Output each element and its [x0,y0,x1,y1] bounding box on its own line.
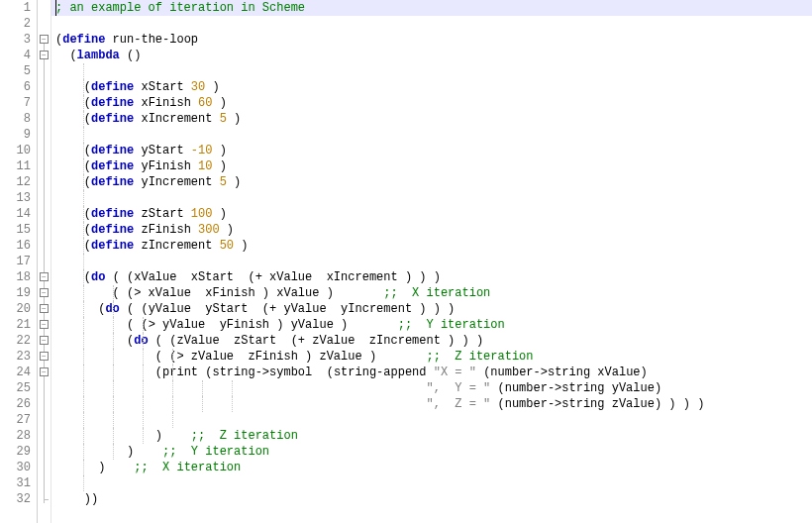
code-text: (do ( (zValue zStart (+ zValue zIncremen… [55,334,483,348]
code-line[interactable]: ", Y = " (number->string yValue) [51,380,812,396]
code-line[interactable]: (define xStart 30 ) [51,79,812,95]
text-caret [55,0,56,16]
code-line[interactable]: (define run-the-loop [51,32,812,48]
fold-column[interactable]: −−−−−−−−− [38,0,51,523]
code-line[interactable]: (lambda () [51,48,812,63]
line-number: 7 [0,95,31,111]
code-line[interactable]: ; an example of iteration in Scheme [51,0,812,16]
line-number: 15 [0,222,31,238]
code-line[interactable]: (define zFinish 300 ) [51,222,812,238]
code-line[interactable]: (define yStart -10 ) [51,143,812,158]
line-number: 25 [0,380,31,396]
line-number-gutter: 1234567891011121314151617181920212223242… [0,0,38,523]
line-number: 2 [0,16,31,32]
line-number: 3 [0,32,31,48]
line-number: 18 [0,269,31,285]
code-text: (define run-the-loop [55,33,198,47]
code-line[interactable]: (define xIncrement 5 ) [51,111,812,127]
code-text: (define xStart 30 ) [55,80,220,94]
code-line[interactable]: (define zIncrement 50 ) [51,238,812,254]
line-number: 12 [0,174,31,190]
fold-toggle-icon[interactable]: − [40,304,49,313]
code-line[interactable]: )) [51,491,812,507]
fold-toggle-icon[interactable]: − [40,272,49,281]
code-line[interactable]: ", Z = " (number->string zValue) ) ) ) [51,396,812,412]
code-text: (define zStart 100 ) [55,207,227,221]
fold-toggle-icon[interactable]: − [40,352,49,361]
code-text: (define xFinish 60 ) [55,96,227,110]
code-line[interactable]: ( (> zValue zFinish ) zValue ) ;; Z iter… [51,349,812,365]
fold-toggle-icon[interactable]: − [40,367,49,376]
code-line[interactable] [51,190,812,206]
code-text: (define zFinish 300 ) [55,223,234,237]
line-number: 28 [0,428,31,444]
code-text: ( (> yValue yFinish ) yValue ) ;; Y iter… [55,318,505,332]
code-line[interactable] [51,475,812,491]
code-text: (do ( (yValue yStart (+ yValue yIncremen… [55,302,455,316]
code-line[interactable]: (define xFinish 60 ) [51,95,812,111]
code-line[interactable]: ) ;; Y iteration [51,444,812,460]
line-number: 11 [0,158,31,174]
code-editor[interactable]: 1234567891011121314151617181920212223242… [0,0,812,523]
code-text: (print (string->symbol (string-append "X… [55,366,648,379]
line-number: 10 [0,143,31,158]
line-number: 27 [0,412,31,428]
line-number: 6 [0,79,31,95]
code-text: (define zIncrement 50 ) [55,239,248,253]
line-number: 24 [0,365,31,380]
code-text: ( (> zValue zFinish ) zValue ) ;; Z iter… [55,350,534,364]
line-number: 9 [0,127,31,143]
fold-toggle-icon[interactable]: − [40,320,49,329]
code-text: ) ;; Y iteration [55,445,269,459]
line-number: 17 [0,254,31,269]
line-number: 19 [0,285,31,301]
code-text: (define yStart -10 ) [55,144,227,157]
code-text: ", Z = " (number->string zValue) ) ) ) [55,397,704,411]
code-line[interactable] [51,63,812,79]
code-line[interactable]: (do ( (xValue xStart (+ xValue xIncremen… [51,269,812,285]
line-number: 31 [0,475,31,491]
code-line[interactable]: ) ;; Z iteration [51,428,812,444]
code-line[interactable]: (do ( (yValue yStart (+ yValue yIncremen… [51,301,812,317]
line-number: 32 [0,491,31,507]
code-line[interactable]: ( (> xValue xFinish ) xValue ) ;; X iter… [51,285,812,301]
code-line[interactable]: (do ( (zValue zStart (+ zValue zIncremen… [51,333,812,349]
line-number: 4 [0,48,31,63]
line-number: 13 [0,190,31,206]
code-line[interactable]: (print (string->symbol (string-append "X… [51,365,812,380]
code-text: ", Y = " (number->string yValue) [55,381,661,395]
code-area[interactable]: ; an example of iteration in Scheme(defi… [51,0,812,523]
code-text: ) ;; Z iteration [55,429,298,443]
code-text: (lambda () [55,49,141,62]
line-number: 29 [0,444,31,460]
line-number: 14 [0,206,31,222]
line-number: 1 [0,0,31,16]
fold-toggle-icon[interactable]: − [40,51,49,59]
line-number: 16 [0,238,31,254]
code-line[interactable]: (define yFinish 10 ) [51,158,812,174]
line-number: 23 [0,349,31,365]
code-line[interactable] [51,127,812,143]
line-number: 21 [0,317,31,333]
line-number: 26 [0,396,31,412]
code-text: (define yFinish 10 ) [55,159,227,173]
code-text: ; an example of iteration in Scheme [55,1,305,15]
line-number: 5 [0,63,31,79]
code-line[interactable]: (define yIncrement 5 ) [51,174,812,190]
line-number: 22 [0,333,31,349]
fold-toggle-icon[interactable]: − [40,288,49,297]
line-number: 8 [0,111,31,127]
code-line[interactable]: ( (> yValue yFinish ) yValue ) ;; Y iter… [51,317,812,333]
code-text: ( (> xValue xFinish ) xValue ) ;; X iter… [55,286,490,300]
code-line[interactable]: ) ;; X iteration [51,460,812,475]
code-line[interactable] [51,254,812,269]
line-number: 30 [0,460,31,475]
fold-toggle-icon[interactable]: − [40,35,49,44]
code-text: )) [55,492,98,506]
line-number: 20 [0,301,31,317]
code-line[interactable] [51,412,812,428]
code-line[interactable]: (define zStart 100 ) [51,206,812,222]
fold-toggle-icon[interactable]: − [40,336,49,345]
code-line[interactable] [51,16,812,32]
code-text: (do ( (xValue xStart (+ xValue xIncremen… [55,270,441,284]
